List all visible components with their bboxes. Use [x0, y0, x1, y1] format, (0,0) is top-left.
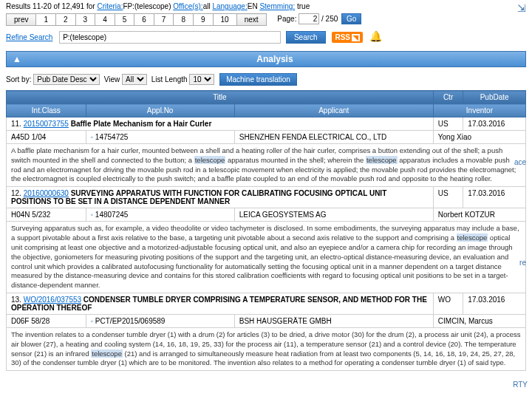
result-applicant: SHENZHEN FENDA ELECTRICAL CO., LTD — [234, 131, 433, 144]
result-abstract: A baffle plate mechanism for a hair curl… — [7, 144, 526, 187]
pager: prev12345678910next — [6, 13, 267, 26]
result-title-row: 12. 20160000630 SURVEYING APPARATUS WITH… — [7, 187, 526, 208]
pager-page[interactable]: 1 — [36, 14, 56, 26]
result-ctr: US — [433, 187, 463, 208]
col-inventor: Inventor — [433, 104, 525, 117]
export-icon[interactable]: ⇲ — [517, 2, 526, 14]
highlight: telescope — [366, 156, 398, 164]
result-abstract-row: The invention relates to a condenser tum… — [7, 327, 526, 370]
ghost-text: RTY — [513, 381, 528, 389]
go-button[interactable]: Go — [341, 13, 361, 24]
result-id-link[interactable]: 20160000630 — [24, 189, 69, 197]
result-applicant: LEICA GEOSYSTEMS AG — [234, 208, 433, 222]
result-ctr: US — [433, 117, 463, 131]
result-abstract-row: A baffle plate mechanism for a hair curl… — [7, 144, 526, 187]
pager-page[interactable]: 10 — [213, 14, 236, 26]
result-intclass: A45D 1/04 — [7, 131, 86, 144]
result-inventor: CIMCIN, Marcus — [433, 314, 525, 327]
pager-page[interactable]: 6 — [134, 14, 154, 26]
result-ctr: WO — [433, 293, 463, 314]
result-intclass: D06F 58/28 — [7, 314, 86, 327]
pager-page[interactable]: 3 — [75, 14, 95, 26]
view-select[interactable]: All — [122, 74, 147, 85]
col-applicant: Applicant — [234, 104, 433, 117]
result-id-link[interactable]: 20150073755 — [24, 120, 69, 128]
stemming-link[interactable]: Stemming: — [259, 2, 295, 10]
col-ctr: Ctr — [433, 91, 463, 104]
refine-input[interactable] — [59, 31, 281, 44]
search-button[interactable]: Search — [286, 31, 326, 44]
results-table: Title Ctr PubDate Int.Class Appl.No Appl… — [6, 90, 526, 371]
results-summary: Results 11-20 of 12,491 for Criteria:FP:… — [0, 0, 532, 12]
result-abstract: Surveying apparatus such as, for example… — [7, 222, 526, 293]
col-title: Title — [7, 91, 434, 104]
result-applno: ◦ 14807245 — [86, 208, 234, 222]
pager-page[interactable]: 5 — [115, 14, 134, 26]
refine-row: Refine Search Search RSS◥ 🔔 — [0, 29, 532, 48]
result-id-link[interactable]: WO/2016/037553 — [24, 296, 81, 304]
result-pubdate: 17.03.2016 — [463, 117, 526, 131]
result-inventor: Norbert KOTZUR — [433, 208, 525, 222]
analysis-collapse-icon[interactable]: ▲ — [13, 54, 30, 64]
criteria-link[interactable]: Criteria: — [97, 2, 123, 10]
result-inventor: Yong Xiao — [433, 131, 525, 144]
pager-page[interactable]: 4 — [95, 14, 115, 26]
result-title-row: 11. 20150073755 Baffle Plate Mechanism f… — [7, 117, 526, 131]
machine-translation-button[interactable]: Machine translation — [219, 73, 297, 86]
page-input[interactable] — [299, 13, 319, 24]
col-pubdate: PubDate — [463, 91, 526, 104]
sort-by-select[interactable]: Pub Date Desc — [33, 74, 100, 85]
col-applno: Appl.No — [86, 104, 234, 117]
result-abstract: The invention relates to a condenser tum… — [7, 327, 526, 370]
highlight: telescope — [457, 233, 488, 242]
pager-page[interactable]: 8 — [174, 14, 194, 26]
analysis-bar: ▲ Analysis — [6, 51, 526, 67]
pager-page[interactable]: 2 — [56, 14, 76, 26]
pager-page[interactable]: 9 — [193, 14, 213, 26]
sort-row: Sort by: Pub Date Desc View All List Len… — [0, 72, 532, 90]
result-meta-row: D06F 58/28◦ PCT/EP2015/069589BSH HAUSGER… — [7, 314, 526, 327]
pager-prev[interactable]: prev — [7, 14, 36, 26]
result-title: Baffle Plate Mechanism for a Hair Curler — [71, 120, 212, 128]
result-applno: ◦ 14754725 — [86, 131, 234, 144]
language-link[interactable]: Language: — [212, 2, 247, 10]
pager-row: prev12345678910next Page: / 250 Go — [0, 12, 532, 29]
highlight: telescope — [194, 156, 226, 164]
highlight: telescope — [91, 349, 123, 358]
list-length-select[interactable]: 10 — [189, 74, 214, 85]
refine-search-link[interactable]: Refine Search — [6, 33, 52, 41]
result-meta-row: A45D 1/04◦ 14754725SHENZHEN FENDA ELECTR… — [7, 131, 526, 144]
rss-button[interactable]: RSS◥ — [332, 32, 363, 43]
page-jump: Page: / 250 Go — [277, 13, 361, 24]
result-applno: ◦ PCT/EP2015/069589 — [86, 314, 234, 327]
result-intclass: H04N 5/232 — [7, 208, 86, 222]
result-pubdate: 17.03.2016 — [463, 293, 526, 314]
pager-page[interactable]: 7 — [154, 14, 174, 26]
rss-icon: ◥ — [352, 34, 360, 41]
col-intclass: Int.Class — [7, 104, 86, 117]
result-pubdate: 17.03.2016 — [463, 187, 526, 208]
result-abstract-row: Surveying apparatus such as, for example… — [7, 222, 526, 293]
offices-link[interactable]: Office(s): — [173, 2, 202, 10]
result-applicant: BSH HAUSGERÄTE GMBH — [234, 314, 433, 327]
result-title-row: 13. WO/2016/037553 CONDENSER TUMBLE DRYE… — [7, 293, 526, 314]
pager-next[interactable]: next — [236, 14, 266, 26]
analysis-title: Analysis — [30, 54, 519, 64]
alert-icon[interactable]: 🔔 — [369, 30, 382, 42]
result-meta-row: H04N 5/232◦ 14807245LEICA GEOSYSTEMS AGN… — [7, 208, 526, 222]
